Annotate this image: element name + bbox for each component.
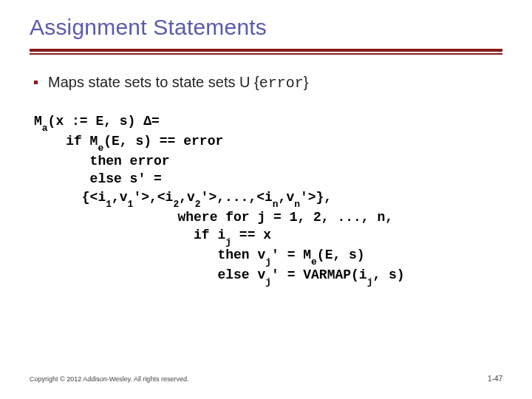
bullet-text: Maps state sets to state sets U {error}	[48, 74, 308, 92]
bullet-icon	[34, 81, 38, 84]
divider-thick	[30, 49, 502, 52]
bullet-item: Maps state sets to state sets U {error}	[34, 74, 502, 92]
page-number: 1-47	[488, 375, 502, 383]
bullet-pre: Maps state sets to state sets U {	[48, 74, 259, 90]
bullet-post: }	[304, 74, 309, 90]
code-block: Ma(x := E, s) Δ= if Me(E, s) == error th…	[34, 112, 502, 286]
copyright-footer: Copyright © 2012 Addison-Wesley. All rig…	[30, 375, 188, 383]
bullet-code: error	[259, 75, 304, 92]
divider-thin	[30, 53, 502, 55]
slide: Assignment Statements Maps state sets to…	[0, 0, 532, 399]
slide-title: Assignment Statements	[30, 15, 502, 40]
